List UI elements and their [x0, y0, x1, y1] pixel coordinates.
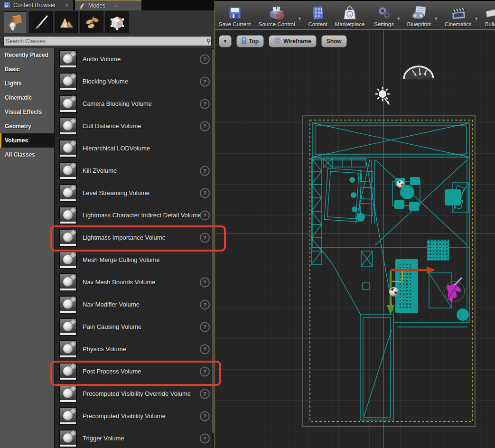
build-button[interactable]: Build [481, 1, 495, 29]
viewport-options-button[interactable]: ▼ [219, 35, 232, 47]
sidebar-category[interactable]: All Classes [0, 148, 54, 162]
actor-sphere-icon[interactable] [389, 287, 399, 297]
render-mode-button[interactable]: Wireframe [269, 35, 317, 47]
save-icon [228, 5, 242, 20]
help-icon[interactable]: ? [200, 188, 210, 198]
settings-dropdown-icon[interactable]: ▼ [397, 17, 401, 21]
volume-list-item[interactable]: Precomputed Visibility Override Volume ? [55, 383, 215, 405]
flower-sprite[interactable] [445, 278, 465, 302]
search-row: ⚲ [0, 33, 215, 48]
thumbnail-base [60, 244, 76, 246]
geometry-editing-mode-button[interactable] [105, 11, 129, 33]
help-icon[interactable]: ? [200, 121, 210, 131]
foliage-mode-button[interactable] [80, 11, 103, 33]
thumbnail-base [60, 333, 76, 335]
cinematics-dropdown-icon[interactable]: ▼ [475, 17, 478, 21]
help-icon[interactable]: ? [200, 433, 210, 443]
nav-modifier-volume-icon [59, 296, 77, 314]
volume-list-item[interactable]: Nav Mesh Bounds Volume ? [55, 271, 215, 293]
help-icon[interactable]: ? [200, 411, 210, 421]
help-icon[interactable]: ? [200, 76, 210, 86]
lightmass-character-indirect-detail-volume-icon [59, 206, 77, 224]
sidebar-category[interactable]: Volumes [0, 133, 54, 148]
category-label: Geometry [5, 123, 31, 130]
close-icon[interactable]: × [115, 3, 118, 9]
help-icon[interactable]: ? [200, 99, 210, 109]
volume-list-item[interactable]: Nav Modifier Volume ? [55, 293, 215, 316]
blueprints-button[interactable]: Blueprints [403, 1, 435, 29]
volume-label: Audio Volume [83, 56, 121, 63]
show-label: Show [327, 38, 342, 45]
cinematics-button[interactable]: Cinematics [441, 1, 476, 29]
sidebar-category[interactable]: Basic [0, 62, 54, 76]
sidebar-category[interactable]: Cinematic [0, 91, 54, 105]
volume-label: Pain Causing Volume [83, 323, 141, 330]
settings-button[interactable]: Settings [370, 1, 398, 29]
unreal-editor-window: Content Browser × Modes × [0, 0, 495, 448]
help-icon[interactable]: ? [200, 166, 210, 176]
volume-list-item[interactable]: Precomputed Visibility Volume ? [55, 405, 215, 427]
blocking-volume-icon [59, 73, 77, 91]
volume-list-item[interactable]: Kill ZVolume ? [55, 159, 215, 182]
marketplace-button[interactable]: u Marketplace [331, 1, 369, 29]
landscape-mode-button[interactable] [55, 11, 78, 33]
volume-label: Level Streaming Volume [83, 189, 149, 196]
sidebar-category[interactable]: Visual Effects [0, 105, 54, 119]
volume-list-item[interactable]: Level Streaming Volume ? [55, 182, 215, 204]
volume-list-item[interactable]: Post Process Volume ? [55, 360, 215, 383]
volume-list-item[interactable]: Camera Blocking Volume ? [55, 93, 215, 115]
actor-sphere-icon[interactable] [397, 180, 404, 188]
cinematics-icon [449, 5, 467, 20]
content-button[interactable]: Content [304, 1, 331, 29]
directional-light-icon[interactable] [376, 87, 390, 105]
level-viewport[interactable]: ▼ Top Wireframe Show [215, 29, 495, 448]
help-icon[interactable]: ? [200, 389, 210, 399]
volume-list-item[interactable]: Pain Causing Volume ? [55, 316, 215, 338]
search-classes-box[interactable]: ⚲ [3, 36, 212, 46]
sidebar-category[interactable]: Recently Placed [0, 48, 54, 62]
tab-content-browser[interactable]: Content Browser × [0, 0, 73, 10]
help-icon[interactable]: ? [200, 233, 210, 243]
view-mode-button[interactable]: Top [236, 35, 264, 47]
help-icon[interactable]: ? [200, 322, 210, 332]
level-editor-region: Save Current Source Control ▼ Content [215, 0, 495, 448]
place-mode-button[interactable] [4, 11, 27, 33]
volume-list-item[interactable]: Blocking Volume ? [55, 70, 215, 93]
close-icon[interactable]: × [65, 2, 68, 8]
volume-list-item[interactable]: Mesh Merge Culling Volume ? [55, 249, 215, 271]
source-control-button[interactable]: Source Control [255, 1, 299, 29]
sidebar-category[interactable]: Lights [0, 76, 54, 91]
precomputed-visibility-volume-icon [59, 407, 77, 425]
volume-list-item[interactable]: Trigger Volume ? [55, 427, 215, 448]
volume-label: Cull Distance Volume [83, 122, 141, 130]
show-button[interactable]: Show [321, 35, 347, 47]
volume-list-item[interactable]: Physics Volume ? [55, 338, 215, 360]
volume-list-item[interactable]: Hierarchical LODVolume ? [55, 137, 215, 159]
help-icon[interactable]: ? [200, 54, 210, 64]
trigger-volume-icon [59, 429, 77, 448]
source-control-dropdown-icon[interactable]: ▼ [298, 17, 301, 21]
help-icon[interactable]: ? [200, 366, 210, 376]
thumbnail-base [60, 177, 76, 179]
volume-list-item[interactable]: Lightmass Character Indirect Detail Volu… [55, 204, 215, 226]
save-current-button[interactable]: Save Current [215, 1, 255, 29]
paint-mode-button[interactable] [29, 11, 53, 33]
paint-mode-icon [33, 14, 49, 30]
skylight-gauge-icon[interactable] [404, 66, 433, 79]
thumbnail-base [60, 110, 76, 112]
volume-list-item[interactable]: Cull Distance Volume ? [55, 115, 215, 137]
sidebar-category[interactable]: Geometry [0, 119, 54, 133]
category-label: All Classes [5, 151, 35, 158]
volume-list-item[interactable]: Lightmass Importance Volume ? [55, 226, 215, 249]
blueprints-dropdown-icon[interactable]: ▼ [434, 17, 438, 21]
search-classes-input[interactable] [4, 38, 204, 45]
help-icon[interactable]: ? [200, 344, 210, 354]
help-icon[interactable]: ? [200, 299, 210, 309]
help-icon[interactable]: ? [200, 210, 210, 220]
volume-list-item[interactable]: Audio Volume ? [55, 48, 215, 70]
help-icon[interactable]: ? [200, 277, 210, 287]
scrollbar-thumb[interactable] [212, 49, 214, 433]
tab-modes[interactable]: Modes × [75, 0, 141, 11]
post-process-volume-icon [59, 363, 77, 381]
viewport-canvas [215, 30, 495, 448]
